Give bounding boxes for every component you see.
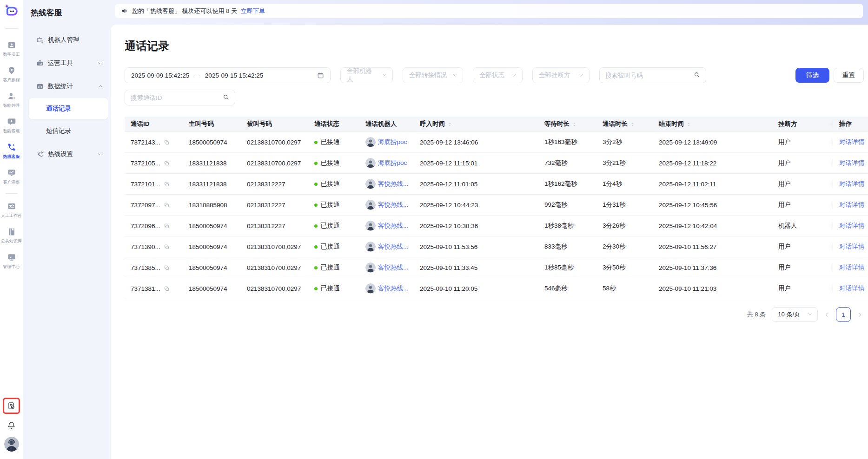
notifications-button[interactable]: [7, 421, 16, 430]
conversation-detail-link[interactable]: 对话详情: [839, 201, 864, 209]
copy-icon[interactable]: [164, 181, 170, 187]
conversation-detail-link[interactable]: 对话详情: [839, 159, 864, 167]
main-area: 您的「热线客服」 模块还可以使用 8 天 立即下单 通话记录 2025-09-0…: [111, 0, 868, 459]
filter-actions: 筛选 重置: [795, 68, 864, 83]
user-avatar[interactable]: [4, 437, 19, 452]
search-icon: [223, 94, 229, 102]
col-header-call-in-time[interactable]: 呼入时间: [414, 120, 538, 128]
sidebar-item-label: 短信记录: [46, 127, 71, 135]
conversation-detail-link[interactable]: 对话详情: [839, 138, 864, 146]
copy-icon[interactable]: [164, 244, 170, 250]
hangup-party: 用户: [772, 138, 833, 146]
order-now-link[interactable]: 立即下单: [241, 7, 265, 15]
rail-item-smart-outbound[interactable]: 智能外呼: [0, 87, 23, 113]
col-header-call-duration[interactable]: 通话时长: [596, 120, 653, 128]
call-in-time: 2025-09-12 10:38:36: [414, 223, 538, 230]
sidebar-item-sms-records[interactable]: 短信记录: [29, 120, 108, 142]
copy-icon[interactable]: [164, 202, 170, 208]
reset-button[interactable]: 重置: [834, 68, 864, 83]
brand-logo[interactable]: [4, 4, 20, 21]
sidebar-item-call-records[interactable]: 通话记录: [29, 98, 108, 119]
search-callee-input[interactable]: [605, 72, 694, 79]
wait-duration: 546毫秒: [538, 284, 596, 293]
prev-page-button[interactable]: [824, 312, 830, 318]
call-id-value: 7371381...: [131, 285, 160, 292]
conversation-detail-link[interactable]: 对话详情: [839, 180, 864, 188]
order-document-icon: [7, 401, 16, 410]
total-count: 共 8 条: [747, 310, 766, 319]
date-range-picker[interactable]: 2025-09-09 15:42:25 — 2025-09-15 15:42:2…: [125, 67, 331, 83]
wait-duration: 732毫秒: [538, 159, 596, 167]
bot-name-link[interactable]: 海底捞poc: [378, 138, 407, 146]
content-card: 通话记录 2025-09-09 15:42:25 — 2025-09-15 15…: [111, 25, 868, 459]
bot-name-link[interactable]: 客悦热线...: [378, 222, 408, 230]
hangup-filter-select[interactable]: 全部挂断方: [532, 67, 590, 83]
chevron-down-icon: [382, 72, 387, 79]
status-filter-select[interactable]: 全部状态: [473, 67, 523, 83]
copy-icon[interactable]: [164, 160, 170, 166]
filter-button[interactable]: 筛选: [795, 68, 829, 83]
rail-bottom: [3, 398, 20, 459]
call-records-table: 通话ID 主叫号码 被叫号码 通话状态 通话机器人 呼入时间 等待时长 通话时长…: [125, 117, 868, 299]
rail-item-knowledge-base[interactable]: 公共知识库: [0, 223, 23, 249]
chevron-down-icon: [452, 72, 457, 79]
speaker-icon: [121, 7, 128, 14]
rail-label: 智能客服: [3, 128, 20, 134]
bot-avatar: [365, 262, 376, 273]
table-row: 7372101... 18331121838 02138312227 已接通 客…: [125, 174, 868, 195]
rail-item-customer-insight[interactable]: 客户洞察: [0, 164, 23, 190]
transfer-filter-select[interactable]: 全部转接情况: [403, 67, 463, 83]
caller-number: 18500050974: [183, 264, 241, 271]
status-dot: [314, 141, 318, 144]
call-id-value: 7372097...: [131, 202, 160, 209]
rail-label: 客户旅程: [3, 77, 20, 83]
robot-filter-select[interactable]: 全部机器人: [340, 67, 393, 83]
bot-name-link[interactable]: 客悦热线...: [378, 284, 408, 293]
conversation-detail-link[interactable]: 对话详情: [839, 284, 864, 293]
callee-number: 02138310700,0297: [241, 243, 308, 250]
conversation-detail-link[interactable]: 对话详情: [839, 222, 864, 230]
robot-management-icon: [36, 36, 44, 44]
bot-name-link[interactable]: 客悦热线...: [378, 263, 408, 272]
sidebar-item-data-statistics[interactable]: 数据统计: [29, 75, 111, 98]
call-id-value: 7372105...: [131, 160, 160, 167]
bot-name-link[interactable]: 客悦热线...: [378, 201, 408, 209]
copy-icon[interactable]: [164, 223, 170, 229]
sidebar-item-robot-management[interactable]: 机器人管理: [29, 28, 111, 52]
rail-item-customer-journey[interactable]: 客户旅程: [0, 62, 23, 87]
sidebar-item-operation-tools[interactable]: 运营工具: [29, 52, 111, 75]
sidebar-item-hotline-settings[interactable]: 热线设置: [29, 143, 111, 166]
order-button-highlighted[interactable]: [3, 398, 20, 414]
next-page-button[interactable]: [857, 312, 863, 318]
bot-avatar: [365, 137, 376, 147]
col-header-wait-duration[interactable]: 等待时长: [538, 120, 596, 128]
bot-name-link[interactable]: 客悦热线...: [378, 180, 408, 188]
bot-name-link[interactable]: 海底捞poc: [378, 159, 407, 167]
call-duration: 2分30秒: [596, 243, 653, 251]
rail-item-hotline-service[interactable]: 热线客服: [0, 138, 23, 164]
status-dot: [314, 203, 318, 207]
status-dot: [314, 287, 318, 290]
admin-center-icon: [7, 253, 16, 262]
conversation-detail-link[interactable]: 对话详情: [839, 243, 864, 251]
copy-icon[interactable]: [164, 139, 170, 145]
end-time: 2025-09-10 11:56:27: [653, 243, 772, 250]
page-size-select[interactable]: 10 条/页: [772, 307, 818, 322]
rail-item-digital-employee[interactable]: 数字员工: [0, 36, 23, 62]
rail-item-agent-workbench[interactable]: 人工工作台: [0, 197, 23, 223]
call-status: 已接通: [321, 180, 340, 188]
copy-icon[interactable]: [164, 286, 170, 292]
bot-name-link[interactable]: 客悦热线...: [378, 243, 408, 251]
rail-item-admin-center[interactable]: 管理中心: [0, 249, 23, 274]
copy-icon[interactable]: [164, 265, 170, 271]
conversation-detail-link[interactable]: 对话详情: [839, 263, 864, 272]
page-number-1[interactable]: 1: [836, 307, 851, 322]
status-dot: [314, 245, 318, 249]
date-separator: —: [194, 72, 200, 79]
rail-item-smart-service[interactable]: 智能客服: [0, 113, 23, 138]
trial-banner-strip: 您的「热线客服」 模块还可以使用 8 天 立即下单: [111, 0, 868, 25]
col-header-end-time[interactable]: 结束时间: [653, 120, 772, 128]
end-time: 2025-09-10 11:21:03: [653, 285, 772, 292]
search-call-id-input[interactable]: [131, 94, 223, 101]
rail-label: 热线客服: [3, 154, 20, 160]
